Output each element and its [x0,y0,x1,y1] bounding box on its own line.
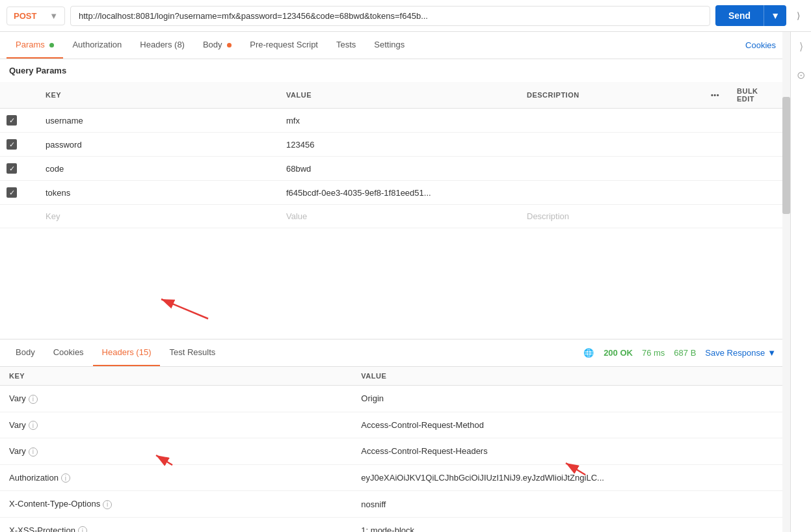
param-value-1: 123456 [280,133,520,157]
send-dropdown-icon[interactable]: ▼ [764,5,786,26]
tab-params[interactable]: Params [7,32,63,59]
resp-value-2: Access-Control-Request-Headers [352,438,782,465]
col-header-checkbox [0,82,39,109]
cookies-link[interactable]: Cookies [745,33,776,58]
param-value-placeholder[interactable]: Value [280,205,520,228]
resp-value-0: Origin [352,386,782,412]
tab-headers-label: Headers (8) [140,40,185,49]
response-headers-scroll[interactable]: KEY VALUE Varyi Origin Varyi Access-Cont… [0,367,782,532]
resp-key-0: Varyi [0,386,352,412]
query-params-label: Query Params [0,59,782,82]
param-desc-1 [520,133,704,157]
response-tab-body[interactable]: Body [7,339,44,366]
save-response-button[interactable]: Save Response ▼ [705,348,776,358]
info-icon-5: i [78,526,87,532]
request-tabs: Params Authorization Headers (8) Body [0,32,782,59]
tab-settings-label: Settings [374,40,405,49]
col-header-more[interactable]: ••• [704,82,730,109]
response-headers-table: KEY VALUE Varyi Origin Varyi Access-Cont… [0,367,782,532]
resp-value-5: 1: mode-block [352,517,782,532]
resp-key-2: Varyi [0,438,352,465]
right-panel-icon-1[interactable]: ⟩ [795,40,808,53]
checkbox-2[interactable]: ✓ [7,163,17,174]
tab-headers[interactable]: Headers (8) [131,32,194,59]
right-panel: ⟩ ⊙ [790,32,811,532]
tab-tests[interactable]: Tests [327,32,365,59]
tab-authorization[interactable]: Authorization [63,32,131,59]
response-row: Varyi Access-Control-Request-Headers [0,438,782,465]
info-icon-2: i [29,447,38,457]
right-panel-icon-2[interactable]: ⊙ [795,68,808,81]
method-label: POST [14,11,36,21]
col-header-key: KEY [39,82,280,109]
param-value-2: 68bwd [280,157,520,181]
tab-tests-label: Tests [336,40,356,49]
tab-settings[interactable]: Settings [365,32,414,59]
send-button[interactable]: Send ▼ [715,5,786,26]
scrollbar-track[interactable] [782,32,790,532]
query-params-table: KEY VALUE DESCRIPTION ••• Bulk Edit ✓ us… [0,82,782,228]
param-desc-0 [520,109,704,133]
param-value-3: f645bcdf-0ee3-4035-9ef8-1f81eed51... [280,181,520,205]
resp-key-3: Authorizationi [0,464,352,491]
resp-key-4: X-Content-Type-Optionsi [0,491,352,518]
checkbox-cell-0[interactable]: ✓ [0,109,39,133]
save-response-chevron: ▼ [767,348,776,358]
resp-value-4: nosniff [352,491,782,518]
col-header-value: VALUE [280,82,520,109]
response-bar: Body Cookies Headers (15) Test Results 🌐… [0,339,782,367]
info-icon-3: i [61,473,70,483]
checkbox-0[interactable]: ✓ [7,115,17,126]
tab-params-label: Params [16,40,45,49]
param-key-3: tokens [39,181,280,205]
param-key-2: code [39,157,280,181]
response-meta: 🌐 200 OK 76 ms 687 B Save Response ▼ [583,347,776,359]
col-header-bulk-edit[interactable]: Bulk Edit [730,82,782,109]
params-dot [49,43,54,47]
resp-col-key: KEY [0,367,352,386]
info-icon-0: i [29,395,38,404]
table-row: ✓ password 123456 [0,133,782,157]
param-desc-3 [520,181,704,205]
resp-key-1: Varyi [0,412,352,438]
right-icon-1[interactable]: ⟩ [791,9,804,22]
response-row: Varyi Access-Control-Request-Method [0,412,782,438]
table-row-placeholder: Key Value Description [0,205,782,228]
response-tab-cookies[interactable]: Cookies [44,339,93,366]
tab-body-label: Body [203,40,222,49]
scrollbar-thumb[interactable] [782,97,790,214]
resp-value-3: eyJ0eXAiOiJKV1QiLCJhbGciOiJIUzI1NiJ9.eyJ… [352,464,782,491]
tab-pre-request-label: Pre-request Script [250,40,318,49]
param-key-1: password [39,133,280,157]
send-label: Send [715,5,764,26]
url-input[interactable] [70,6,710,26]
param-key-0: username [39,109,280,133]
info-icon-1: i [29,421,38,430]
response-tab-test-results[interactable]: Test Results [160,339,224,366]
checkbox-1[interactable]: ✓ [7,139,17,150]
response-tab-headers[interactable]: Headers (15) [93,339,161,366]
checkbox-cell-1[interactable]: ✓ [0,133,39,157]
tab-pre-request[interactable]: Pre-request Script [241,32,327,59]
checkbox-cell-3[interactable]: ✓ [0,181,39,205]
param-desc-placeholder[interactable]: Description [520,205,704,228]
checkbox-3[interactable]: ✓ [7,187,17,198]
response-row: Varyi Origin [0,386,782,412]
method-chevron-icon: ▼ [49,11,58,21]
response-row: X-Content-Type-Optionsi nosniff [0,491,782,518]
table-row: ✓ username mfx [0,109,782,133]
resp-value-1: Access-Control-Request-Method [352,412,782,438]
resp-key-5: X-XSS-Protectioni [0,517,352,532]
request-tabs-container: Params Authorization Headers (8) Body [0,32,782,59]
globe-icon: 🌐 [583,347,594,359]
info-icon-4: i [103,500,112,509]
method-selector[interactable]: POST ▼ [7,7,65,25]
response-row: Authorizationi eyJ0eXAiOiJKV1QiLCJhbGciO… [0,464,782,491]
tab-body[interactable]: Body [194,32,241,59]
param-value-0: mfx [280,109,520,133]
table-row: ✓ tokens f645bcdf-0ee3-4035-9ef8-1f81eed… [0,181,782,205]
response-time: 76 ms [642,348,665,358]
checkbox-cell-2[interactable]: ✓ [0,157,39,181]
col-header-description: DESCRIPTION [520,82,704,109]
param-key-placeholder[interactable]: Key [39,205,280,228]
